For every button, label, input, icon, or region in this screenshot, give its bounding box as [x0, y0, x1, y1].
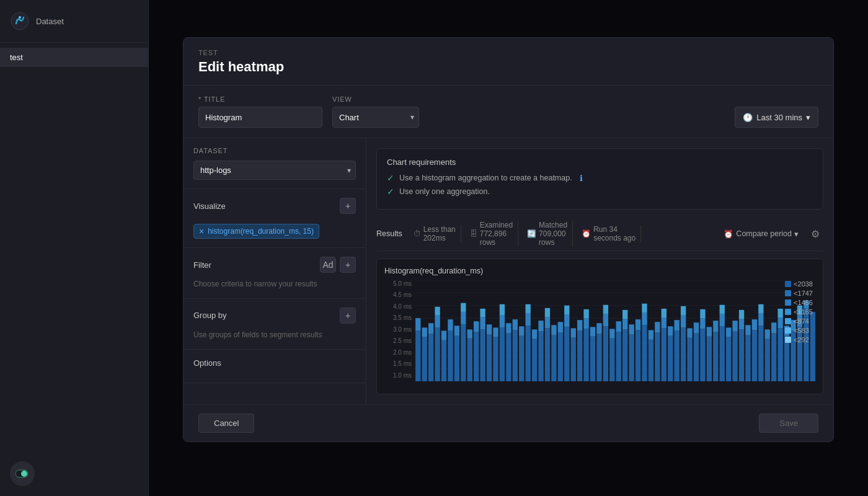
svg-rect-60	[545, 308, 550, 317]
toggle-svg	[16, 469, 29, 478]
svg-rect-91	[636, 330, 640, 381]
chart-title: Histogram(req_duration_ms)	[384, 267, 815, 275]
view-field-group: VIEW Chart Table JSON ▾	[332, 95, 419, 128]
svg-rect-51	[525, 326, 530, 381]
svg-rect-128	[739, 329, 744, 381]
dataset-label: Dataset	[36, 17, 64, 26]
filter-actions: Ad +	[320, 257, 356, 273]
svg-rect-92	[636, 319, 640, 330]
svg-rect-130	[739, 310, 744, 319]
chart-settings-icon[interactable]: ⚙	[807, 226, 823, 242]
legend-label-0: <2038	[794, 280, 813, 288]
filter-add-button[interactable]: +	[340, 257, 356, 273]
svg-rect-77	[596, 334, 601, 381]
time-picker[interactable]: 🕐 Last 30 mins ▾	[735, 107, 818, 128]
cancel-button[interactable]: Cancel	[198, 414, 254, 433]
svg-rect-96	[649, 340, 653, 381]
legend-label-6: <292	[794, 336, 809, 343]
options-header: Options	[193, 358, 356, 368]
modal-form-row: * TITLE VIEW Chart Table JSON ▾	[184, 86, 833, 138]
svg-rect-83	[609, 329, 614, 338]
svg-rect-123	[720, 305, 725, 314]
modal-content-area: DATASET http-logs ▾	[184, 138, 833, 404]
svg-rect-29	[461, 312, 466, 324]
filter-header: Filter Ad +	[193, 257, 356, 273]
svg-rect-53	[525, 304, 530, 313]
legend-label-5: <583	[794, 327, 809, 334]
svg-rect-122	[720, 314, 725, 326]
svg-point-1	[19, 16, 21, 19]
req-text-1: Use a histogram aggregation to create a …	[399, 174, 572, 182]
svg-rect-25	[448, 319, 453, 330]
results-run-text: Run 34seconds ago	[593, 225, 636, 242]
time-picker-chevron-icon: ▾	[806, 113, 810, 122]
svg-rect-57	[538, 321, 543, 331]
svg-rect-89	[629, 335, 634, 381]
svg-rect-54	[532, 339, 537, 381]
y-label-8: 1.0 ms	[384, 372, 412, 379]
filter-ad-button[interactable]: Ad	[320, 257, 336, 273]
tag-close-icon[interactable]: ×	[199, 227, 204, 236]
results-stat-time: ⏱ Less than202ms	[409, 225, 461, 242]
chart-y-axis: 5.0 ms 4.5 ms 4.0 ms 3.5 ms 3.0 ms 2.5 m…	[384, 280, 412, 381]
svg-rect-72	[583, 329, 588, 381]
legend-item-4: <874	[785, 317, 813, 325]
modal-footer: Cancel Save	[184, 404, 833, 441]
dataset-select[interactable]: http-logs	[193, 161, 356, 180]
svg-rect-105	[675, 330, 680, 381]
visualize-tag[interactable]: × histogram(req_duration_ms, 15)	[193, 224, 319, 239]
sidebar-item-test[interactable]: test	[0, 48, 148, 67]
compare-chevron-icon: ▾	[794, 229, 799, 239]
y-label-6: 2.0 ms	[384, 349, 412, 356]
svg-rect-14	[415, 318, 420, 330]
svg-rect-39	[487, 324, 492, 334]
req-check-2-icon: ✓	[387, 187, 394, 197]
svg-rect-138	[765, 339, 770, 381]
svg-rect-63	[558, 333, 563, 381]
svg-rect-97	[649, 330, 653, 339]
svg-rect-141	[771, 322, 776, 333]
legend-label-2: <1456	[794, 299, 813, 306]
svg-rect-117	[707, 337, 712, 381]
req-info-1-icon[interactable]: ℹ	[580, 174, 583, 183]
svg-rect-56	[538, 331, 543, 381]
y-label-2: 4.0 ms	[384, 303, 412, 310]
svg-rect-35	[480, 329, 485, 381]
toggle-icon[interactable]	[10, 461, 35, 486]
sidebar-header: Dataset	[0, 0, 148, 43]
group-by-add-button[interactable]: +	[340, 308, 356, 324]
dataset-section: DATASET http-logs ▾	[184, 138, 366, 189]
legend-label-4: <874	[794, 317, 809, 325]
y-label-1: 4.5 ms	[384, 291, 412, 298]
compare-period-button[interactable]: ⏰ Compare period ▾	[719, 227, 804, 241]
svg-rect-45	[506, 334, 511, 381]
svg-rect-129	[739, 319, 744, 329]
svg-rect-50	[519, 326, 524, 335]
svg-rect-104	[668, 326, 673, 335]
legend-item-3: <1165	[785, 308, 813, 316]
save-button[interactable]: Save	[759, 414, 818, 433]
svg-rect-16	[422, 327, 427, 337]
timer-icon: ⏱	[414, 229, 421, 238]
svg-rect-58	[545, 328, 550, 381]
svg-rect-88	[622, 310, 627, 319]
req-item-2: ✓ Use only one aggregation.	[387, 187, 813, 197]
visualize-add-button[interactable]: +	[340, 198, 356, 214]
compare-period-label: Compare period	[736, 229, 792, 238]
svg-rect-74	[583, 309, 588, 318]
clock-run-icon: ⏰	[582, 229, 591, 238]
svg-rect-38	[487, 335, 492, 381]
title-input[interactable]	[198, 107, 322, 128]
svg-rect-119	[713, 332, 718, 381]
svg-rect-116	[700, 309, 705, 318]
view-select[interactable]: Chart Table JSON	[332, 107, 419, 128]
svg-rect-75	[590, 337, 595, 381]
dataset-section-header: DATASET	[193, 147, 356, 154]
results-stat-matched: 🔄 Matched709,000rows	[522, 221, 573, 247]
legend-item-2: <1456	[785, 299, 813, 306]
clock-icon: 🕐	[743, 113, 753, 122]
title-field-group: * TITLE	[198, 95, 322, 128]
chart-plot-area: <2038 <1747	[414, 280, 815, 381]
legend-label-3: <1165	[794, 308, 813, 316]
tag-label: histogram(req_duration_ms, 15)	[208, 227, 314, 236]
